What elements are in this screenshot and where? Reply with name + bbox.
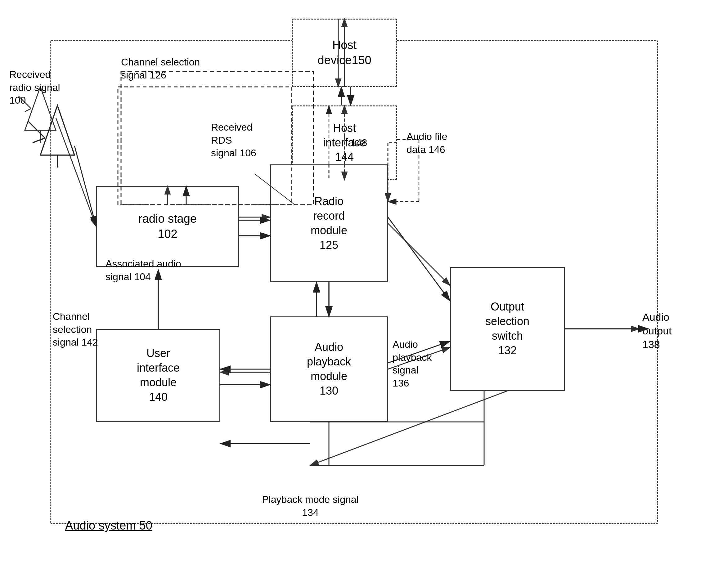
audio-playback-signal-label: Audio playback signal 136 (393, 338, 432, 390)
audio-playback-box: Audio playback module 130 (270, 316, 388, 422)
host-device-label: Host device150 (317, 37, 371, 68)
radio-stage-label: radio stage 102 (138, 211, 197, 242)
diagram-container: Host device150 Host interface 144 radio … (0, 0, 728, 577)
host-device-box: Host device150 (292, 19, 397, 87)
user-interface-box: User interface module 140 (96, 329, 220, 422)
audio-system-label: Audio system 50 (65, 518, 152, 533)
playback-mode-label: Playback mode signal 134 (217, 493, 404, 519)
user-interface-label: User interface module 140 (137, 346, 180, 404)
channel-sel-142-label: Channel selection signal 142 (53, 310, 98, 349)
audio-file-data-label: Audio file data 146 (407, 130, 447, 156)
audio-output-label: Audio output 138 (642, 310, 672, 351)
received-rds-label: Received RDS signal 106 (211, 121, 256, 160)
output-switch-label: Output selection switch 132 (485, 300, 529, 358)
svg-line-6 (25, 109, 31, 112)
channel-sel-126-label: Channel selection signal 126 (121, 56, 200, 82)
received-radio-label: Received radio signal 100 (9, 68, 60, 107)
associated-audio-label: Associated audio signal 104 (105, 258, 181, 283)
audio-playback-label: Audio playback module 130 (307, 340, 351, 398)
output-switch-box: Output selection switch 132 (450, 267, 565, 391)
radio-record-label: Radio record module 125 (311, 194, 347, 252)
radio-stage-box: radio stage 102 (96, 186, 239, 267)
radio-record-box: Radio record module 125 (270, 164, 388, 282)
label-148: 148 (350, 136, 367, 150)
